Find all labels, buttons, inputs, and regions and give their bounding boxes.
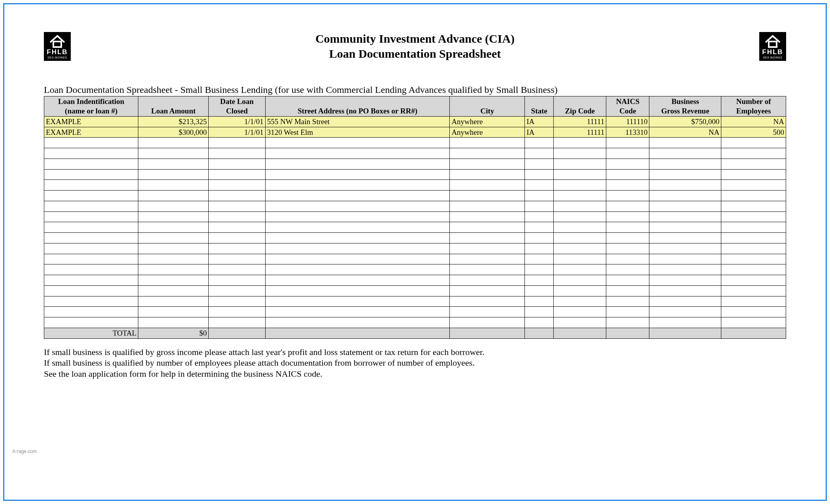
table-row-empty	[44, 243, 786, 254]
page-title-line2: Loan Documentation Spreadsheet	[71, 47, 759, 60]
col-state: State	[525, 96, 554, 117]
cell-empty	[649, 191, 721, 201]
cell-empty	[450, 285, 525, 296]
cell-empty	[209, 148, 265, 159]
cell-empty	[554, 296, 606, 307]
cell-empty	[265, 191, 450, 201]
cell-date: 1/1/01	[209, 127, 265, 138]
cell-empty	[44, 233, 138, 244]
cell-empty	[649, 222, 721, 233]
footnote-line: See the loan application form for help i…	[44, 368, 786, 379]
cell-empty	[554, 201, 606, 211]
cell-empty	[44, 243, 138, 254]
cell-empty	[554, 148, 606, 159]
cell-empty	[554, 264, 606, 275]
cell-empty	[721, 180, 786, 191]
cell-empty	[525, 264, 554, 275]
header-row: FHLB DES MOINES Community Investment Adv…	[44, 32, 786, 61]
cell-empty	[450, 148, 525, 159]
cell-empty	[209, 211, 265, 222]
table-row-empty	[44, 307, 786, 317]
cell-empty	[44, 275, 138, 286]
cell-empty	[44, 317, 138, 328]
total-label: TOTAL	[44, 328, 138, 338]
cell-empty	[721, 254, 786, 264]
cell-empty	[606, 169, 649, 180]
cell-empty	[721, 307, 786, 317]
table-row-empty	[44, 254, 786, 264]
cell-empty	[265, 243, 450, 254]
cell-revenue: NA	[649, 127, 721, 138]
table-row-empty	[44, 180, 786, 191]
cell-empty	[44, 254, 138, 264]
cell-empty	[209, 243, 265, 254]
cell-empty	[554, 159, 606, 169]
cell-empty	[138, 285, 209, 296]
house-icon	[48, 34, 67, 48]
cell-empty	[606, 307, 649, 317]
cell-empty	[649, 201, 721, 211]
cell-empty	[721, 191, 786, 201]
cell-empty	[554, 285, 606, 296]
cell-empty	[209, 317, 265, 328]
page-title-line1: Community Investment Advance (CIA)	[71, 32, 759, 45]
table-row-empty	[44, 317, 786, 328]
cell-empty	[606, 148, 649, 159]
cell-empty	[606, 243, 649, 254]
cell-empty	[554, 307, 606, 317]
cell-empty	[44, 296, 138, 307]
cell-empty	[649, 180, 721, 191]
cell-empty	[606, 285, 649, 296]
logo-text-2: DES MOINES	[48, 56, 67, 59]
cell-empty	[209, 159, 265, 169]
table-row-empty	[44, 191, 786, 201]
table-header-row: Loan Indentification(name or loan #) Loa…	[44, 96, 786, 117]
cell-empty	[554, 275, 606, 286]
cell-empty	[44, 148, 138, 159]
cell-empty	[554, 211, 606, 222]
cell-empty	[265, 138, 450, 148]
cell-empty	[450, 138, 525, 148]
cell-empty	[450, 243, 525, 254]
cell-empty	[209, 169, 265, 180]
cell-empty	[721, 148, 786, 159]
cell-empty	[138, 296, 209, 307]
col-city: City	[450, 96, 525, 117]
col-naics: NAICSCode	[606, 96, 649, 117]
cell-empty	[44, 211, 138, 222]
table-row-empty	[44, 296, 786, 307]
cell-empty	[525, 275, 554, 286]
cell-empty	[209, 264, 265, 275]
cell-empty	[138, 148, 209, 159]
cell-empty	[649, 148, 721, 159]
cell-empty	[554, 317, 606, 328]
cell-empty	[209, 275, 265, 286]
cell-empty	[209, 191, 265, 201]
cell-empty	[721, 211, 786, 222]
logo-text-1: FHLB	[47, 49, 68, 55]
cell-empty	[450, 254, 525, 264]
cell-empty	[138, 254, 209, 264]
cell-empty	[138, 233, 209, 244]
cell-empty	[554, 169, 606, 180]
cell-empty	[721, 169, 786, 180]
cell-empty	[525, 211, 554, 222]
cell-empty	[138, 222, 209, 233]
cell-empty	[649, 254, 721, 264]
col-employees: Number ofEmployees	[721, 96, 786, 117]
col-loan-amount: Loan Amount	[138, 96, 209, 117]
cell-empty	[450, 275, 525, 286]
cell-empty	[44, 180, 138, 191]
cell-empty	[265, 264, 450, 275]
table-row-empty	[44, 201, 786, 211]
col-loan-id: Loan Indentification(name or loan #)	[44, 96, 138, 117]
cell-empty	[649, 243, 721, 254]
cell-employees: 500	[721, 127, 786, 138]
cell-empty	[721, 138, 786, 148]
cell-empty	[138, 191, 209, 201]
cell-empty	[721, 243, 786, 254]
cell-empty	[554, 191, 606, 201]
table-row-empty	[44, 275, 786, 286]
cell-empty	[606, 317, 649, 328]
logo-text-1: FHLB	[762, 49, 783, 55]
